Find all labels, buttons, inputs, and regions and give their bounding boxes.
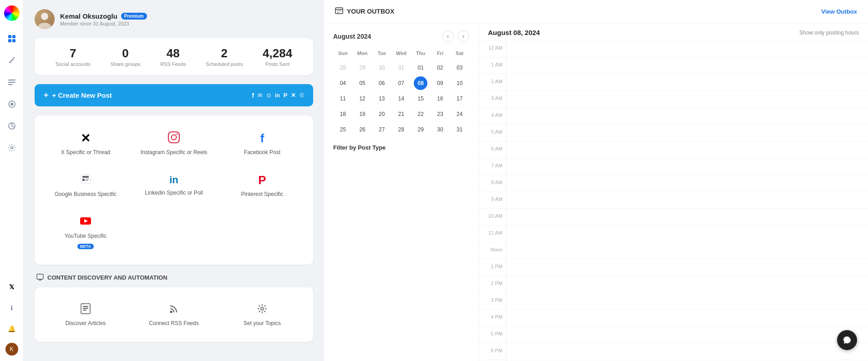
calendar-next-button[interactable]: ›	[457, 30, 469, 42]
cal-cell[interactable]: 31	[394, 61, 408, 75]
create-post-button[interactable]: + + Create New Post f ✉ ⊙ in P ✕ ©	[35, 84, 313, 106]
time-slot-9am: 9 AM	[479, 192, 868, 209]
post-type-instagram[interactable]: Instagram Specific or Reels	[130, 123, 218, 164]
svg-rect-18	[82, 179, 85, 181]
time-slot-6am: 6 AM	[479, 141, 868, 158]
main-content: Kemal Oksuzoglu Premium Member since 31 …	[24, 0, 868, 361]
facebook-post-icon: f	[260, 131, 264, 145]
cal-cell[interactable]: 19	[355, 107, 369, 121]
discovery-topics[interactable]: Set your Topics	[218, 295, 306, 335]
sidebar-item-info[interactable]: ℹ	[5, 301, 19, 315]
cal-cell[interactable]: 25	[336, 123, 350, 136]
cal-cell[interactable]: 24	[453, 107, 467, 121]
cal-cell[interactable]: 02	[433, 61, 447, 75]
cal-cell[interactable]: 31	[453, 123, 467, 136]
instagram-icon: ⊙	[266, 92, 271, 99]
chat-button[interactable]	[837, 330, 857, 350]
cal-cell[interactable]: 23	[433, 107, 447, 121]
cal-cell[interactable]: 15	[414, 92, 427, 105]
calendar-days-header: Sun Mon Tue Wed Thu Fri Sat	[333, 49, 469, 58]
user-name: Kemal Oksuzoglu Premium	[60, 12, 147, 20]
sidebar-item-posts[interactable]	[5, 75, 19, 89]
calendar-month: August 2024	[333, 33, 371, 40]
cal-cell[interactable]: 17	[453, 92, 467, 105]
user-header: Kemal Oksuzoglu Premium Member since 31 …	[35, 9, 313, 29]
post-type-youtube[interactable]: YouTube Specific BETA	[42, 206, 129, 257]
user-since: Member since 31 August, 2023	[60, 21, 147, 26]
facebook-icon: f	[252, 92, 254, 99]
x-icon: ✕	[291, 92, 296, 99]
post-type-x[interactable]: ✕ X Specific or Thread	[42, 123, 129, 164]
stat-rss-feeds: 48 RSS Feeds	[160, 46, 186, 67]
sidebar-item-twitter[interactable]: 𝕏	[5, 280, 19, 294]
calendar-header: August 2024 ‹ ›	[333, 30, 469, 42]
cal-cell[interactable]: 09	[433, 76, 447, 90]
stat-scheduled-posts: 2 Scheduled posts	[206, 46, 243, 67]
cal-cell[interactable]: 29	[414, 123, 427, 136]
svg-point-8	[10, 103, 13, 105]
cal-cell[interactable]: 13	[375, 92, 389, 105]
right-panel: YOUR OUTBOX View Outbox August 2024 ‹ › …	[324, 0, 868, 361]
calendar-week-1: 28 29 30 31 01 02 03	[333, 60, 469, 75]
cal-cell[interactable]: 28	[394, 123, 408, 136]
svg-rect-25	[83, 306, 88, 307]
sidebar-item-dashboard[interactable]	[5, 32, 19, 45]
cal-cell[interactable]: 05	[355, 76, 369, 90]
calendar-week-3: 11 12 13 14 15 16 17	[333, 91, 469, 106]
calendar-prev-button[interactable]: ‹	[442, 30, 454, 42]
sidebar: 𝕏 ℹ 🔔 K	[0, 0, 24, 361]
post-type-facebook[interactable]: f Facebook Post	[218, 123, 306, 164]
cal-cell[interactable]: 06	[375, 76, 389, 90]
threads-icon: ©	[299, 92, 304, 99]
cal-cell[interactable]: 26	[355, 123, 369, 136]
cal-cell[interactable]: 16	[433, 92, 447, 105]
cal-cell[interactable]: 27	[375, 123, 389, 136]
cal-cell[interactable]: 18	[336, 107, 350, 121]
linkedin-post-label: Linkedin Specific or Poll	[145, 190, 203, 196]
cal-cell[interactable]: 01	[414, 61, 427, 75]
cal-cell[interactable]: 28	[336, 61, 350, 75]
cal-cell[interactable]: 29	[355, 61, 369, 75]
sidebar-item-feeds[interactable]	[5, 97, 19, 111]
cal-cell[interactable]: 14	[394, 92, 408, 105]
svg-point-14	[172, 135, 177, 140]
app-logo[interactable]	[4, 5, 20, 21]
cal-cell[interactable]: 03	[453, 61, 467, 75]
cal-cell-today[interactable]: 08	[414, 76, 427, 90]
discovery-rss[interactable]: Connect RSS Feeds	[130, 295, 218, 335]
discovery-articles[interactable]: Discover Articles	[42, 295, 129, 335]
post-type-linkedin[interactable]: in Linkedin Specific or Poll	[130, 165, 218, 206]
cal-cell[interactable]: 21	[394, 107, 408, 121]
day-sun: Sun	[333, 49, 353, 58]
cal-cell[interactable]: 07	[394, 76, 408, 90]
articles-label: Discover Articles	[66, 320, 106, 326]
cal-cell[interactable]: 04	[336, 76, 350, 90]
outbox-title: YOUR OUTBOX	[335, 7, 394, 15]
sidebar-item-notifications[interactable]: 🔔	[5, 322, 19, 336]
sidebar-item-compose[interactable]	[5, 54, 19, 67]
time-slot-8am: 8 AM	[479, 175, 868, 192]
post-type-pinterest[interactable]: P Pinterest Specific	[218, 165, 306, 206]
day-tue: Tue	[372, 49, 391, 58]
outbox-header: YOUR OUTBOX View Outbox	[324, 0, 868, 23]
post-type-google[interactable]: Google Business Specific	[42, 165, 129, 206]
topics-label: Set your Topics	[244, 320, 281, 326]
sidebar-item-settings[interactable]	[5, 141, 19, 155]
sidebar-item-analytics[interactable]	[5, 119, 19, 133]
cal-cell[interactable]: 20	[375, 107, 389, 121]
pinterest-post-label: Pinterest Specific	[241, 191, 284, 197]
calendar-week-5: 25 26 27 28 29 30 31	[333, 122, 469, 137]
svg-rect-4	[8, 80, 15, 80]
show-posting-hours-toggle[interactable]: Show only posting hours	[799, 30, 859, 36]
cal-cell[interactable]: 22	[414, 107, 427, 121]
cal-cell[interactable]: 30	[375, 61, 389, 75]
cal-cell[interactable]: 10	[453, 76, 467, 90]
linkedin-post-icon: in	[169, 174, 178, 186]
view-outbox-link[interactable]: View Outbox	[822, 8, 858, 15]
stat-posts-sent: 4,284 Posts Sent	[263, 46, 292, 67]
cal-cell[interactable]: 30	[433, 123, 447, 136]
svg-point-11	[41, 13, 48, 20]
cal-cell[interactable]: 12	[355, 92, 369, 105]
sidebar-item-user-avatar[interactable]: K	[5, 343, 18, 356]
cal-cell[interactable]: 11	[336, 92, 350, 105]
